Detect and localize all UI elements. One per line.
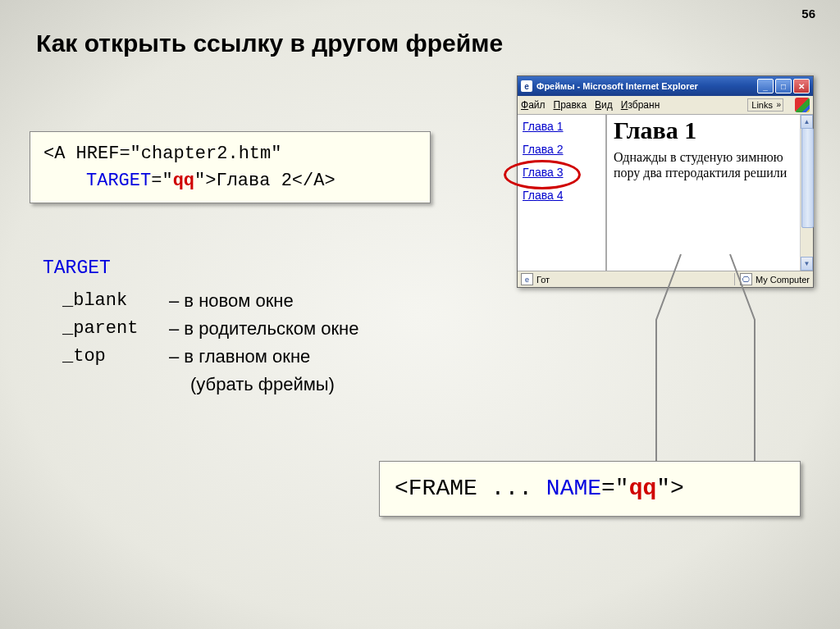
code-text: <A HREF="chapter2.htm" — [43, 144, 281, 164]
scrollbar[interactable]: ▲ ▼ — [800, 115, 813, 271]
page-title: Как открыть ссылку в другом фрейме — [36, 30, 503, 57]
code-value: qq — [173, 171, 194, 191]
ie-icon: e — [521, 80, 532, 92]
chapter-link[interactable]: Глава 3 — [523, 166, 600, 179]
code-text: =" — [601, 476, 629, 501]
code-text: Глава 2 — [216, 171, 291, 191]
statusbar: e Гот 🖵 My Computer — [518, 271, 813, 287]
menu-edit[interactable]: Правка — [554, 99, 587, 111]
code-text: "> — [194, 171, 216, 191]
target-values-block: TARGET _blank – в новом окне _parent – в… — [43, 254, 358, 399]
code-example-anchor: <A HREF="chapter2.htm" TARGET="qq">Глава… — [30, 131, 431, 203]
code-text: <FRAME ... — [395, 476, 546, 501]
windows-logo-icon — [795, 98, 810, 112]
ie-status-icon: e — [521, 273, 533, 285]
chapter-link[interactable]: Глава 2 — [523, 143, 600, 156]
scroll-down-button[interactable]: ▼ — [801, 257, 813, 271]
menu-favorites[interactable]: Избранн — [621, 99, 660, 111]
menu-file[interactable]: Файл — [521, 99, 546, 111]
target-value-blank: _blank — [62, 287, 169, 315]
titlebar: e Фреймы - Microsoft Internet Explorer _… — [518, 76, 813, 96]
target-desc: – в главном окне — [169, 343, 310, 371]
chapter-link[interactable]: Глава 1 — [523, 120, 600, 133]
callout-pointer — [623, 254, 804, 479]
menubar: Файл Правка Вид Избранн Links — [518, 96, 813, 115]
status-text: Гот — [536, 275, 550, 285]
maximize-button[interactable]: □ — [775, 79, 792, 93]
scroll-thumb[interactable] — [801, 128, 814, 228]
links-toolbar[interactable]: Links — [747, 98, 783, 112]
right-frame: Глава 1 Однажды в студеную зимнюю пору д… — [607, 115, 813, 271]
left-frame: Глава 1 Глава 2 Глава 3 Глава 4 — [518, 115, 607, 271]
target-desc: – в родительском окне — [169, 315, 358, 343]
minimize-button[interactable]: _ — [757, 79, 774, 93]
target-value-parent: _parent — [62, 315, 169, 343]
code-example-frame: <FRAME ... NAME="qq"> — [379, 461, 801, 517]
browser-window: e Фреймы - Microsoft Internet Explorer _… — [517, 75, 814, 288]
code-attr: NAME — [546, 476, 601, 501]
content-body: Однажды в студеную зимнюю пору два птеро… — [614, 149, 806, 180]
chapter-link[interactable]: Глава 4 — [523, 189, 600, 202]
content-heading: Глава 1 — [614, 116, 806, 144]
page-number: 56 — [801, 7, 815, 21]
zone-text: My Computer — [756, 275, 810, 285]
target-desc: – в новом окне — [169, 287, 294, 315]
titlebar-text: Фреймы - Microsoft Internet Explorer — [536, 81, 757, 91]
scroll-up-button[interactable]: ▲ — [801, 115, 813, 129]
code-text: </A> — [292, 171, 336, 191]
menu-view[interactable]: Вид — [595, 99, 613, 111]
close-button[interactable]: ✕ — [793, 79, 810, 93]
computer-icon: 🖵 — [740, 273, 752, 285]
code-value: qq — [629, 476, 657, 501]
target-keyword: TARGET — [43, 254, 358, 284]
client-area: Глава 1 Глава 2 Глава 3 Глава 4 Глава 1 … — [518, 115, 813, 271]
code-text: "> — [656, 476, 684, 501]
code-attr: TARGET — [86, 171, 151, 191]
target-value-top: _top — [62, 343, 169, 371]
target-desc-extra: (убрать фреймы) — [190, 371, 358, 399]
code-text: =" — [151, 171, 172, 191]
